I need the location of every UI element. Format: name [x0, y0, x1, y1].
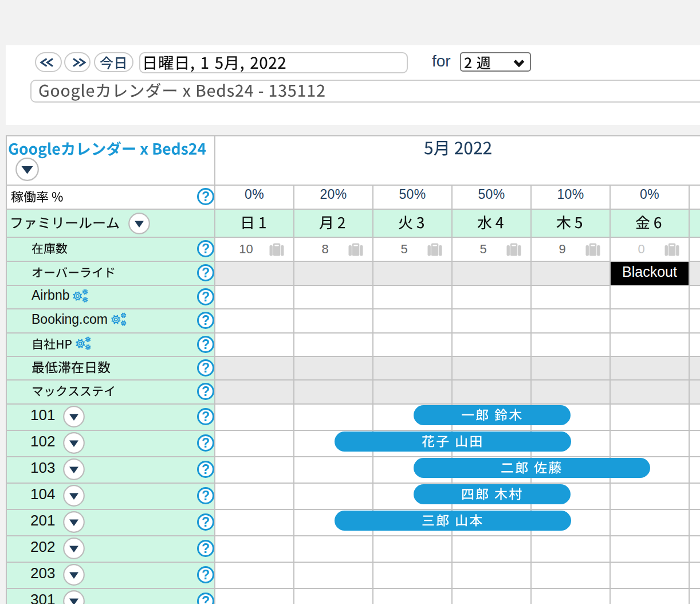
svg-text:?: ?	[202, 541, 210, 556]
svg-text:?: ?	[202, 313, 210, 328]
svg-text:?: ?	[202, 189, 210, 204]
svg-text:?: ?	[202, 409, 210, 424]
svg-text:?: ?	[202, 265, 210, 280]
svg-text:?: ?	[202, 241, 210, 256]
svg-text:?: ?	[202, 436, 210, 450]
svg-text:?: ?	[202, 384, 210, 399]
svg-text:?: ?	[202, 515, 210, 530]
svg-text:?: ?	[202, 337, 210, 352]
svg-text:?: ?	[202, 567, 210, 582]
svg-text:?: ?	[202, 360, 210, 375]
svg-text:?: ?	[202, 462, 210, 477]
svg-text:?: ?	[202, 594, 210, 604]
svg-text:?: ?	[202, 289, 210, 304]
svg-text:?: ?	[202, 488, 210, 503]
